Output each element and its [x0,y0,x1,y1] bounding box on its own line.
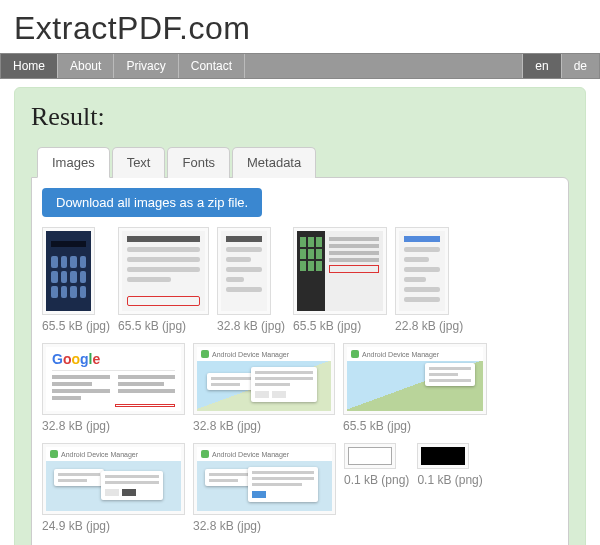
image-caption: 65.5 kB (jpg) [293,319,387,333]
result-panel: Result: Images Text Fonts Metadata Downl… [14,87,586,545]
image-caption: 65.5 kB (jpg) [343,419,487,433]
result-title: Result: [31,102,569,132]
tab-fonts[interactable]: Fonts [167,147,230,178]
thumbnail[interactable]: Android Device Manager [343,343,487,415]
screenshot-icon [297,231,383,311]
tab-panel: Download all images as a zip file. 65.5 … [31,177,569,545]
image-caption: 0.1 kB (png) [417,473,482,487]
image-item[interactable]: 22.8 kB (jpg) [395,227,463,333]
image-caption: 32.8 kB (jpg) [193,519,336,533]
image-item[interactable]: 65.5 kB (jpg) [293,227,387,333]
screenshot-icon: Android Device Manager [197,447,332,511]
site-logo: ExtractPDF.com [14,10,586,47]
nav-lang: en de [522,54,599,78]
screenshot-icon: Android Device Manager [197,347,331,411]
image-caption: 24.9 kB (jpg) [42,519,185,533]
tab-text[interactable]: Text [112,147,166,178]
thumbnail[interactable] [293,227,387,315]
thumbnail[interactable] [217,227,271,315]
navbar: Home About Privacy Contact en de [0,53,600,79]
tab-metadata[interactable]: Metadata [232,147,316,178]
lang-de[interactable]: de [561,54,599,78]
image-caption: 32.8 kB (jpg) [42,419,185,433]
tab-images[interactable]: Images [37,147,110,178]
image-item[interactable]: 65.5 kB (jpg) [118,227,209,333]
nav-home[interactable]: Home [1,54,58,78]
nav-privacy[interactable]: Privacy [114,54,178,78]
image-item[interactable]: Android Device Manager 32.8 kB (jpg) [193,343,335,433]
image-caption: 22.8 kB (jpg) [395,319,463,333]
screenshot-icon [122,231,205,311]
image-item[interactable]: Android Device Manager 24.9 kB (jpg) [42,443,185,533]
image-row: Google 32.8 kB (jpg) Android Device Mana… [42,343,558,433]
download-all-button[interactable]: Download all images as a zip file. [42,188,262,217]
nav-about[interactable]: About [58,54,114,78]
swatch-icon [348,447,392,465]
image-item[interactable]: 32.8 kB (jpg) [217,227,285,333]
tabs: Images Text Fonts Metadata [31,146,569,177]
lang-en[interactable]: en [522,54,560,78]
images-grid: 65.5 kB (jpg) 65.5 kB (jpg) 32.8 kB (jpg… [42,227,558,533]
thumbnail[interactable] [395,227,449,315]
image-caption: 65.5 kB (jpg) [42,319,110,333]
thumbnail[interactable] [417,443,469,469]
image-item[interactable]: 0.1 kB (png) [417,443,482,533]
thumbnail[interactable]: Android Device Manager [42,443,185,515]
screenshot-icon [399,231,445,311]
image-caption: 32.8 kB (jpg) [217,319,285,333]
image-caption: 0.1 kB (png) [344,473,409,487]
swatch-icon [421,447,465,465]
image-item[interactable]: Google 32.8 kB (jpg) [42,343,185,433]
thumbnail[interactable]: Android Device Manager [193,343,335,415]
screenshot-icon: Android Device Manager [347,347,483,411]
image-item[interactable]: Android Device Manager 65.5 kB (jpg) [343,343,487,433]
image-caption: 65.5 kB (jpg) [118,319,209,333]
thumbnail[interactable] [344,443,396,469]
screenshot-icon: Android Device Manager [46,447,181,511]
image-item[interactable]: 0.1 kB (png) [344,443,409,533]
screenshot-icon [221,231,267,311]
image-item[interactable]: 65.5 kB (jpg) [42,227,110,333]
screenshot-icon [46,231,91,311]
image-caption: 32.8 kB (jpg) [193,419,335,433]
image-item[interactable]: Android Device Manager 32.8 kB (jpg) [193,443,336,533]
image-row: Android Device Manager 24.9 kB (jpg) And… [42,443,558,533]
nav-left: Home About Privacy Contact [1,54,522,78]
screenshot-icon: Google [46,347,181,411]
thumbnail[interactable]: Android Device Manager [193,443,336,515]
nav-contact[interactable]: Contact [179,54,245,78]
thumbnail[interactable] [42,227,95,315]
thumbnail[interactable]: Google [42,343,185,415]
thumbnail[interactable] [118,227,209,315]
image-row: 65.5 kB (jpg) 65.5 kB (jpg) 32.8 kB (jpg… [42,227,558,333]
